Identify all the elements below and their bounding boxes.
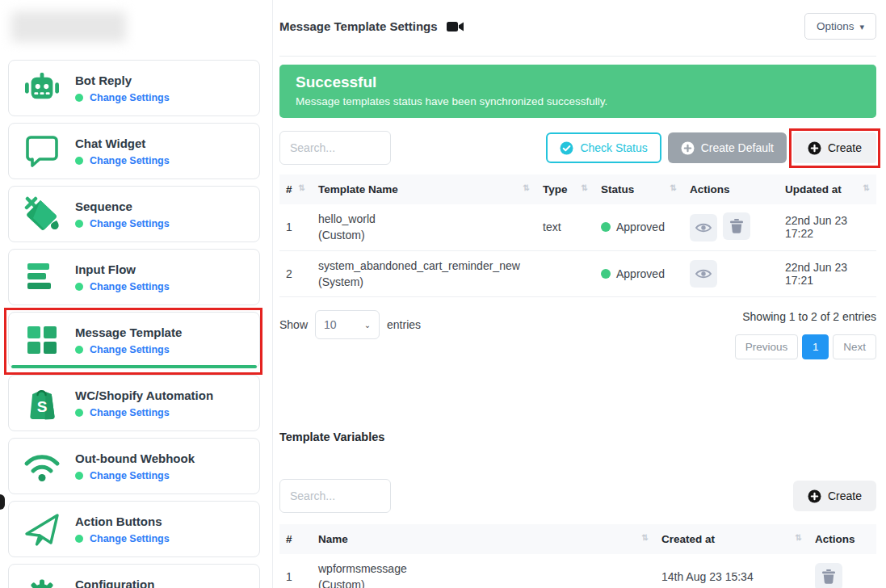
- page-header: Message Template Settings Options: [279, 0, 876, 57]
- create-variable-label: Create: [828, 489, 862, 502]
- row-index: 2: [279, 250, 312, 297]
- page-title: Message Template Settings: [279, 19, 438, 33]
- sidebar-item-configuration[interactable]: Configuration Change Settings: [8, 564, 260, 588]
- previous-page-button[interactable]: Previous: [735, 334, 799, 359]
- eye-icon: [695, 268, 712, 279]
- column-header-actions: Actions: [683, 174, 779, 204]
- trash-icon: [822, 569, 835, 584]
- sidebar-item-sequence[interactable]: Sequence Change Settings: [8, 186, 260, 242]
- table-row: 1 wpformsmessage (Custom) 14th Aug 23 15…: [279, 554, 876, 588]
- sidebar-item-label: Out-bound Webhook: [75, 452, 195, 465]
- table-row: 1 hello_world (Custom) text Approved: [279, 204, 876, 250]
- grid-icon: [22, 324, 62, 356]
- paint-bucket-icon: [22, 196, 62, 232]
- sort-icon: [796, 533, 802, 542]
- status-dot: [75, 409, 83, 417]
- variables-search-input[interactable]: [279, 479, 391, 513]
- sidebar-item-input-flow[interactable]: Input Flow Change Settings: [8, 249, 260, 305]
- sidebar-item-action-buttons[interactable]: Action Buttons Change Settings: [8, 501, 260, 557]
- options-button[interactable]: Options: [804, 13, 876, 40]
- column-header-name[interactable]: Name: [312, 524, 655, 554]
- status-dot: [601, 269, 611, 279]
- change-settings-link[interactable]: Change Settings: [90, 155, 170, 166]
- view-button[interactable]: [690, 214, 717, 242]
- sidebar-item-label: Sequence: [75, 200, 170, 213]
- next-page-button[interactable]: Next: [833, 334, 876, 359]
- variables-table-header-row: # Name Created at Actions: [279, 524, 876, 554]
- sidebar-item-label: Configuration: [75, 578, 170, 588]
- check-status-label: Check Status: [580, 141, 647, 154]
- pagination: Previous 1 Next: [735, 334, 876, 359]
- change-settings-link[interactable]: Change Settings: [90, 281, 170, 292]
- sidebar-item-label: Input Flow: [75, 262, 170, 276]
- eye-icon: [695, 222, 712, 233]
- change-settings-link[interactable]: Change Settings: [90, 533, 170, 544]
- row-index: 1: [279, 204, 312, 250]
- column-header-status[interactable]: Status: [594, 174, 683, 204]
- success-banner: Successful Message templates status have…: [279, 65, 876, 118]
- page-1-button[interactable]: 1: [802, 334, 829, 359]
- variables-table: # Name Created at Actions 1 wpformsmessa…: [279, 524, 876, 588]
- list-bars-icon: [22, 261, 62, 293]
- delete-button[interactable]: [815, 563, 842, 588]
- entries-label: entries: [387, 318, 421, 331]
- wifi-icon: [22, 450, 62, 482]
- template-variables-title: Template Variables: [279, 430, 876, 443]
- column-header-template-name[interactable]: Template Name: [312, 174, 536, 204]
- change-settings-link[interactable]: Change Settings: [90, 470, 170, 481]
- template-name: hello_world: [318, 211, 530, 227]
- status-badge: Approved: [616, 267, 665, 280]
- variable-name: wpformsmessage: [318, 561, 649, 577]
- column-header-type[interactable]: Type: [536, 174, 594, 204]
- create-template-button[interactable]: Create: [793, 132, 876, 163]
- column-header-created-at[interactable]: Created at: [655, 524, 808, 554]
- view-button[interactable]: [690, 260, 717, 288]
- change-settings-link[interactable]: Change Settings: [90, 218, 170, 229]
- sidebar-item-label: Chat Widget: [75, 136, 170, 150]
- options-button-label: Options: [817, 20, 855, 32]
- column-header-num[interactable]: #: [279, 174, 312, 204]
- check-status-button[interactable]: Check Status: [546, 132, 661, 163]
- main-content: Message Template Settings Options Succes…: [273, 0, 886, 588]
- template-type: text: [536, 204, 594, 250]
- change-settings-link[interactable]: Change Settings: [90, 92, 170, 103]
- status-dot: [75, 157, 83, 165]
- change-settings-link[interactable]: Change Settings: [90, 344, 170, 355]
- create-default-button[interactable]: Create Default: [668, 132, 787, 163]
- check-circle-icon: [560, 141, 573, 155]
- settings-sidebar: Bot Reply Change Settings Chat Widget Ch…: [0, 0, 273, 588]
- variable-origin: (Custom): [318, 577, 649, 588]
- status-badge: Approved: [616, 220, 665, 233]
- video-camera-icon[interactable]: [447, 20, 464, 33]
- sidebar-item-bot-reply[interactable]: Bot Reply Change Settings: [8, 60, 260, 116]
- shopify-bag-icon: S: [22, 385, 62, 421]
- page-size-select[interactable]: 10 ⌄: [315, 310, 380, 339]
- page-size-value: 10: [324, 318, 337, 331]
- create-default-label: Create Default: [701, 141, 774, 154]
- status-dot: [601, 222, 611, 232]
- svg-text:S: S: [37, 398, 48, 415]
- column-header-num: #: [279, 524, 312, 554]
- table-row: 2 system_abandoned_cart_reminder_new (Sy…: [279, 250, 876, 297]
- sidebar-item-chat-widget[interactable]: Chat Widget Change Settings: [8, 123, 260, 179]
- sidebar-item-outbound-webhook[interactable]: Out-bound Webhook Change Settings: [8, 438, 260, 494]
- status-dot: [75, 535, 83, 543]
- sidebar-item-label: Action Buttons: [75, 514, 170, 528]
- templates-search-input[interactable]: [279, 131, 391, 165]
- create-template-label: Create: [828, 141, 862, 154]
- robot-icon: [22, 71, 62, 105]
- chevron-down-icon: ⌄: [364, 321, 371, 330]
- sort-icon: [299, 183, 305, 192]
- banner-message: Message templates status have been synch…: [296, 95, 860, 107]
- column-header-updated-at[interactable]: Updated at: [779, 174, 876, 204]
- templates-table-footer: Show 10 ⌄ entries Showing 1 to 2 of 2 en…: [279, 310, 876, 359]
- sidebar-item-wc-shopify-automation[interactable]: S WC/Shopify Automation Change Settings: [8, 375, 260, 431]
- change-settings-link[interactable]: Change Settings: [90, 407, 170, 418]
- sidebar-item-message-template[interactable]: Message Template Change Settings: [8, 312, 260, 368]
- create-variable-button[interactable]: Create: [793, 481, 876, 511]
- gear-icon: [22, 574, 62, 588]
- sort-icon: [582, 183, 588, 192]
- row-index: 1: [279, 554, 312, 588]
- delete-button[interactable]: [723, 212, 750, 240]
- plus-circle-icon: [808, 141, 821, 155]
